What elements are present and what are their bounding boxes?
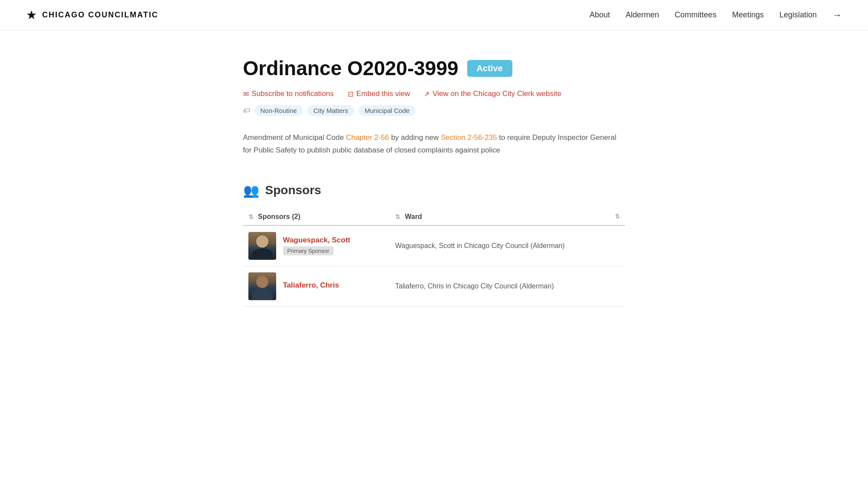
sort-icon-sponsors: ⇅ (248, 213, 254, 220)
tag-municipal-code[interactable]: Municipal Code (359, 105, 416, 116)
tag-city-matters[interactable]: City Matters (307, 105, 354, 116)
login-icon[interactable]: → (832, 10, 842, 21)
ordinance-title: Ordinance O2020-3999 (243, 56, 459, 80)
description: Amendment of Municipal Code Chapter 2-56… (243, 132, 625, 157)
status-badge: Active (467, 60, 512, 77)
logo-star-icon: ★ (26, 8, 37, 22)
clerk-link[interactable]: ↗ View on the Chicago City Clerk website (424, 89, 561, 98)
sponsor-cell-1: Taliaferro, Chris (243, 266, 390, 306)
ward-text: Taliaferro, Chris in Chicago City Counci… (395, 282, 554, 290)
subscribe-link[interactable]: ✉ Subscribe to notifications (243, 89, 334, 98)
tags-row: 🏷 Non-Routine City Matters Municipal Cod… (243, 105, 625, 116)
ward-text: Waguespack, Scott in Chicago City Counci… (395, 242, 565, 249)
nav-meetings[interactable]: Meetings (732, 10, 764, 20)
title-row: Ordinance O2020-3999 Active (243, 56, 625, 80)
ward-cell: Taliaferro, Chris in Chicago City Counci… (390, 266, 625, 306)
desc-text-before-link1: Amendment of Municipal Code (243, 133, 346, 142)
sort-icon-ward: ⇅ (395, 213, 400, 220)
sponsors-heading-row: 👥 Sponsors (243, 183, 625, 198)
col-header-ward[interactable]: ⇅ Ward ⇅ (390, 209, 625, 225)
nav-committees[interactable]: Committees (675, 10, 716, 20)
tag-icon: 🏷 (243, 107, 250, 115)
tag-non-routine[interactable]: Non-Routine (254, 105, 303, 116)
sort-icon-ward-right: ⇅ (615, 213, 620, 220)
sponsor-cell-0: Waguespack, ScottPrimary Sponsor (243, 225, 390, 266)
sponsor-name-area: Waguespack, ScottPrimary Sponsor (283, 236, 350, 255)
sponsors-icon: 👥 (243, 183, 259, 198)
sponsor-name-link[interactable]: Taliaferro, Chris (283, 281, 339, 290)
envelope-icon: ✉ (243, 90, 249, 98)
site-header: ★ CHICAGO COUNCILMATIC About Aldermen Co… (0, 0, 868, 30)
sponsors-table: ⇅ Sponsors (2) ⇅ Ward ⇅ Waguespack, Scot… (243, 209, 625, 307)
embed-icon: ⊡ (348, 90, 353, 98)
logo-area[interactable]: ★ CHICAGO COUNCILMATIC (26, 8, 158, 22)
col-header-sponsors[interactable]: ⇅ Sponsors (2) (243, 209, 390, 225)
desc-text-between: by adding new (389, 133, 441, 142)
subscribe-label: Subscribe to notifications (252, 89, 334, 98)
main-content: Ordinance O2020-3999 Active ✉ Subscribe … (217, 56, 651, 307)
ward-cell: Waguespack, Scott in Chicago City Counci… (390, 225, 625, 266)
embed-label: Embed this view (356, 89, 410, 98)
table-row: Waguespack, ScottPrimary SponsorWaguespa… (243, 225, 625, 266)
section-link[interactable]: Section 2-56-235 (441, 133, 497, 142)
action-links: ✉ Subscribe to notifications ⊡ Embed thi… (243, 89, 625, 98)
primary-sponsor-badge: Primary Sponsor (283, 246, 334, 255)
avatar (248, 272, 276, 300)
nav-about[interactable]: About (590, 10, 610, 20)
nav-legislation[interactable]: Legislation (779, 10, 817, 20)
sponsors-heading: Sponsors (265, 183, 321, 197)
logo-text: CHICAGO COUNCILMATIC (42, 10, 158, 20)
table-row: Taliaferro, ChrisTaliaferro, Chris in Ch… (243, 266, 625, 306)
sponsors-section: 👥 Sponsors ⇅ Sponsors (2) ⇅ Ward ⇅ Wague (243, 183, 625, 307)
sponsor-name-area: Taliaferro, Chris (283, 281, 339, 291)
clerk-label: View on the Chicago City Clerk website (432, 89, 561, 98)
main-nav: About Aldermen Committees Meetings Legis… (590, 10, 842, 21)
embed-link[interactable]: ⊡ Embed this view (348, 89, 410, 98)
external-link-icon: ↗ (424, 90, 429, 98)
nav-aldermen[interactable]: Aldermen (626, 10, 659, 20)
avatar (248, 232, 276, 260)
sponsor-name-link[interactable]: Waguespack, Scott (283, 236, 350, 245)
chapter-link[interactable]: Chapter 2-56 (346, 133, 389, 142)
